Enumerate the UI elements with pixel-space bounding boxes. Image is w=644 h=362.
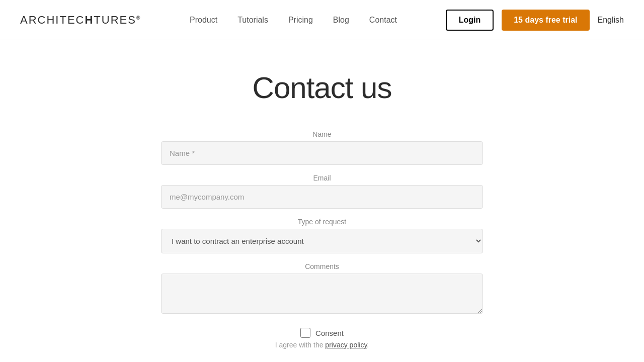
contact-form: Name Email Type of request I want to con… <box>161 130 483 362</box>
logo: ARCHITECHTURES® <box>20 14 141 27</box>
privacy-text: I agree with the privacy policy. <box>161 341 483 349</box>
nav-item-pricing[interactable]: Pricing <box>288 16 313 25</box>
trial-button[interactable]: 15 days free trial <box>502 10 589 31</box>
page-title: Contact us <box>253 70 392 105</box>
privacy-text-after: . <box>367 341 369 349</box>
nav-item-tutorials[interactable]: Tutorials <box>237 16 268 25</box>
consent-checkbox[interactable] <box>300 328 310 338</box>
login-button[interactable]: Login <box>446 10 494 31</box>
main-content: Contact us Name Email Type of request I … <box>0 40 644 362</box>
comments-group: Comments <box>161 262 483 314</box>
nav-item-product[interactable]: Product <box>190 16 217 25</box>
logo-text: ARCHITECHTURES® <box>20 14 141 27</box>
header-actions: Login 15 days free trial English <box>446 10 624 31</box>
request-label: Type of request <box>161 218 483 226</box>
comments-textarea[interactable] <box>161 274 483 314</box>
request-group: Type of request I want to contract an en… <box>161 218 483 253</box>
name-input[interactable] <box>161 141 483 165</box>
privacy-text-before: I agree with the <box>275 341 326 349</box>
email-label: Email <box>161 174 483 182</box>
main-nav: Product Tutorials Pricing Blog Contact <box>190 16 397 25</box>
email-input[interactable] <box>161 185 483 209</box>
nav-item-contact[interactable]: Contact <box>369 16 397 25</box>
request-select[interactable]: I want to contract an enterprise account… <box>161 229 483 253</box>
privacy-policy-link[interactable]: privacy policy <box>325 341 367 349</box>
consent-label: Consent <box>315 329 344 337</box>
header: ARCHITECHTURES® Product Tutorials Pricin… <box>0 0 644 40</box>
email-group: Email <box>161 174 483 209</box>
nav-item-blog[interactable]: Blog <box>333 16 349 25</box>
comments-label: Comments <box>161 262 483 270</box>
consent-row: Consent <box>161 328 483 338</box>
name-group: Name <box>161 130 483 165</box>
language-selector[interactable]: English <box>598 16 624 25</box>
name-label: Name <box>161 130 483 138</box>
